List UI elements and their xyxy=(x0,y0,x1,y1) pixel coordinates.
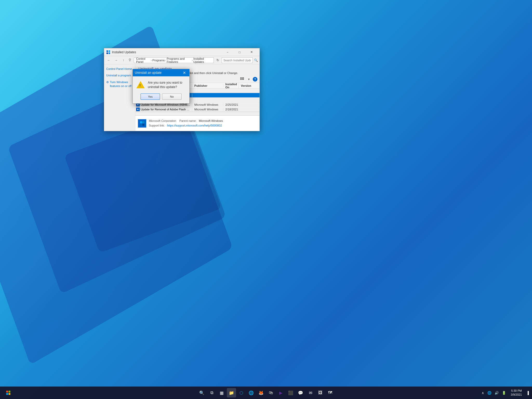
system-tray-icons: ∧ 🌐 🔊 🔋 xyxy=(481,390,507,396)
taskbar-system-tray: ∧ 🌐 🔊 🔋 5:30 PM 3/9/2021 ▐ xyxy=(481,389,530,397)
chevron-up-icon[interactable]: ∧ xyxy=(481,390,485,396)
taskbar-photos-icon[interactable]: 🖼 xyxy=(316,388,325,397)
taskbar-center: 🔍 ⧉ ▦ 📁 ⬡ 🌐 🦊 🛍 ▶ ⬛ 💬 ✉ 🖼 🗺 xyxy=(197,388,335,397)
taskbar-teams-icon[interactable]: 💬 xyxy=(296,388,305,397)
clock-date: 3/9/2021 xyxy=(511,393,522,397)
show-desktop-button[interactable]: ▐ xyxy=(526,390,530,396)
taskbar-cmd-icon[interactable]: ⬛ xyxy=(286,388,295,397)
dialog-close-button[interactable]: ✕ xyxy=(182,70,187,76)
taskbar-file-explorer-icon[interactable]: 📁 xyxy=(227,388,236,397)
taskbar-widgets-icon[interactable]: ▦ xyxy=(217,388,226,397)
windows-logo-icon xyxy=(6,391,10,395)
dialog-title: Uninstall an update xyxy=(135,71,182,75)
clock[interactable]: 5:30 PM 3/9/2021 xyxy=(509,389,524,397)
dialog-overlay: Uninstall an update ✕ ! Are you sure you… xyxy=(0,0,532,399)
taskbar: 🔍 ⧉ ▦ 📁 ⬡ 🌐 🦊 🛍 ▶ ⬛ 💬 ✉ 🖼 🗺 ∧ 🌐 🔊 🔋 5:30… xyxy=(0,387,532,399)
taskbar-search-icon[interactable]: 🔍 xyxy=(197,388,207,397)
taskbar-powershell-icon[interactable]: ▶ xyxy=(276,388,285,397)
start-button[interactable] xyxy=(2,388,15,398)
dialog-titlebar: Uninstall an update ✕ xyxy=(133,69,189,76)
battery-icon[interactable]: 🔋 xyxy=(501,390,507,396)
clock-time: 5:30 PM xyxy=(511,389,522,393)
taskbar-task-view-icon[interactable]: ⧉ xyxy=(207,388,216,397)
taskbar-edge-icon[interactable]: ⬡ xyxy=(237,388,246,397)
dialog-buttons: Yes No xyxy=(133,92,189,103)
taskbar-mail-icon[interactable]: ✉ xyxy=(306,388,315,397)
uninstall-dialog: Uninstall an update ✕ ! Are you sure you… xyxy=(132,69,190,104)
taskbar-left xyxy=(2,388,15,398)
taskbar-chrome-icon[interactable]: 🌐 xyxy=(247,388,256,397)
dialog-body: ! Are you sure you want to uninstall thi… xyxy=(133,76,189,92)
no-button[interactable]: No xyxy=(162,94,182,100)
network-icon[interactable]: 🌐 xyxy=(486,390,493,396)
dialog-message: Are you sure you want to uninstall this … xyxy=(148,81,186,89)
taskbar-firefox-icon[interactable]: 🦊 xyxy=(256,388,266,397)
taskbar-maps-icon[interactable]: 🗺 xyxy=(325,388,335,397)
volume-icon[interactable]: 🔊 xyxy=(494,390,500,396)
warning-icon: ! xyxy=(136,81,145,89)
yes-button[interactable]: Yes xyxy=(141,94,160,100)
taskbar-store-icon[interactable]: 🛍 xyxy=(266,388,276,397)
